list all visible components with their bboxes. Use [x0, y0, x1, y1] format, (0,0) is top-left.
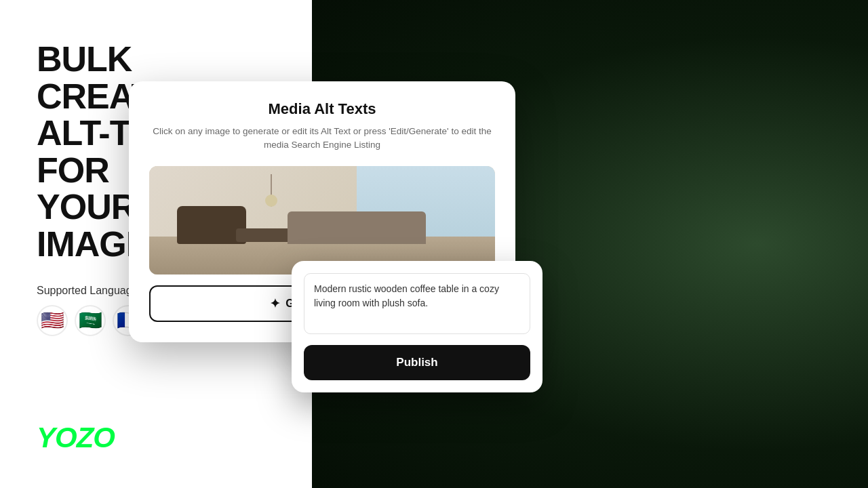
alt-text-card: Modern rustic wooden coffee table in a c… [292, 261, 542, 392]
image-preview[interactable] [149, 166, 495, 274]
card-subtitle: Click on any image to generate or edit i… [149, 125, 495, 152]
flag-sa: 🇸🇦 [75, 305, 106, 336]
sparkle-icon: ✦ [270, 296, 280, 311]
flag-us: 🇺🇸 [37, 305, 68, 336]
cards-container: Media Alt Texts Click on any image to ge… [149, 0, 760, 488]
room-light [271, 174, 272, 207]
room-scene [149, 166, 495, 274]
room-sofa [288, 211, 426, 244]
alt-text-input[interactable]: Modern rustic wooden coffee table in a c… [304, 273, 530, 334]
publish-button[interactable]: Publish [304, 345, 530, 380]
card-title: Media Alt Texts [149, 100, 495, 118]
